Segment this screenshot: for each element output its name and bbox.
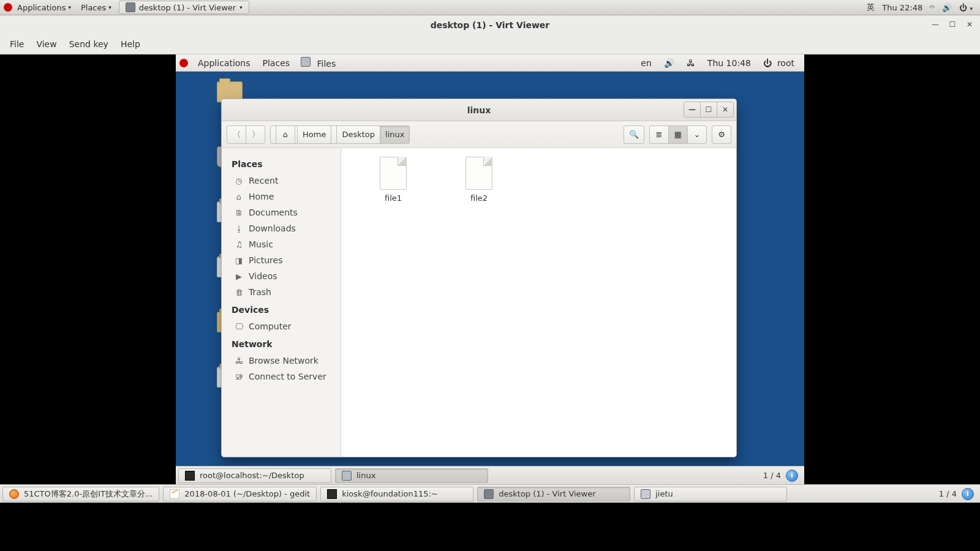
guest-focused-app[interactable]: Files: [296, 56, 341, 70]
label: 2018-08-01 (~/Desktop) - gedit: [184, 489, 310, 498]
view-more-button[interactable]: ⌄: [687, 126, 707, 144]
host-workspace-indicator[interactable]: 1 / 4 i: [935, 488, 978, 500]
sidebar-heading-devices: Devices: [222, 300, 341, 318]
ime-indicator[interactable]: 英: [863, 2, 878, 13]
sidebar-item-computer[interactable]: 🖵Computer: [222, 318, 341, 334]
window-minimize-button[interactable]: —: [684, 102, 701, 118]
search-button[interactable]: 🔍: [624, 126, 644, 144]
workspace-badge-icon: i: [786, 470, 798, 482]
sidebar-item-trash[interactable]: 🗑Trash: [222, 284, 341, 300]
menu-view[interactable]: View: [30, 37, 62, 51]
chevron-down-icon: ▾: [68, 4, 71, 10]
music-icon: ♫: [234, 240, 244, 249]
virt-viewer-menubar: File View Send key Help: [4, 37, 146, 51]
guest-desktop[interactable]: Applications Places Files en 🔊 🖧 Thu 10:…: [176, 54, 804, 484]
file-item[interactable]: file2: [451, 157, 507, 203]
host-task-virtviewer[interactable]: desktop (1) - Virt Viewer: [477, 487, 630, 501]
label: linux: [356, 471, 375, 480]
crumb-linux[interactable]: linux: [380, 126, 410, 144]
host-taskbar: 51CTO博客2.0-原创IT技术文章分... 2018-08-01 (~/De…: [0, 484, 980, 503]
documents-icon: 🗎: [234, 208, 244, 217]
label: desktop (1) - Virt Viewer: [139, 3, 236, 12]
guest-taskbar: root@localhost:~/Desktop linux 1 / 4 i: [176, 466, 804, 484]
guest-task-files[interactable]: linux: [335, 468, 488, 483]
guest-applications-menu[interactable]: Applications: [192, 58, 257, 68]
window-maximize-button[interactable]: ☐: [946, 19, 959, 30]
label: root@localhost:~/Desktop: [200, 471, 304, 480]
host-places-menu[interactable]: Places ▾: [76, 3, 116, 12]
forward-button[interactable]: 〉: [246, 126, 265, 144]
crumb-desktop[interactable]: Desktop: [336, 126, 380, 144]
host-task-gedit[interactable]: 2018-08-01 (~/Desktop) - gedit: [163, 487, 317, 501]
menu-help[interactable]: Help: [115, 37, 146, 51]
guest-workspace-indicator[interactable]: 1 / 4 i: [760, 470, 802, 482]
back-button[interactable]: 〈: [227, 126, 246, 144]
label: Applications: [17, 3, 66, 12]
sidebar-item-pictures[interactable]: ◨Pictures: [222, 252, 341, 268]
label: Documents: [249, 208, 298, 217]
workspace-badge-icon: i: [962, 488, 974, 500]
crumb-home[interactable]: ⌂ Home: [270, 126, 337, 144]
sidebar-heading-places: Places: [222, 154, 341, 173]
guest-volume-icon[interactable]: 🔊: [658, 58, 680, 68]
power-menu[interactable]: ⏻ ▾: [956, 3, 976, 12]
power-icon: ⏻: [763, 58, 772, 68]
host-panel-window-button[interactable]: desktop (1) - Virt Viewer ▾: [119, 1, 249, 14]
file-icon: [380, 157, 407, 190]
label: Downloads: [249, 223, 296, 233]
host-applications-menu[interactable]: Applications ▾: [12, 3, 76, 12]
nautilus-window: linux — ☐ ✕ 〈 〉 ⌂ Home Desktop: [221, 99, 737, 457]
window-minimize-button[interactable]: —: [929, 19, 942, 30]
sidebar-item-browse-network[interactable]: 🖧Browse Network: [222, 353, 341, 369]
file-icon: [466, 157, 492, 190]
nautilus-content[interactable]: file1 file2: [341, 148, 736, 457]
window-icon: [126, 2, 135, 12]
host-clock[interactable]: Thu 22:48: [878, 3, 926, 12]
firefox-icon: [9, 489, 19, 499]
computer-icon: 🖵: [234, 322, 244, 331]
label: Videos: [249, 271, 277, 281]
menu-file[interactable]: File: [4, 37, 30, 51]
gear-icon: ⚙: [718, 130, 725, 139]
guest-clock[interactable]: Thu 10:48: [701, 58, 757, 68]
nautilus-titlebar[interactable]: linux — ☐ ✕: [222, 99, 736, 121]
nautilus-sidebar: Places ◷Recent ⌂Home 🗎Documents ⭳Downloa…: [222, 148, 341, 457]
file-label: file2: [451, 193, 507, 203]
wifi-icon[interactable]: ⌔: [926, 3, 938, 12]
window-close-button[interactable]: ✕: [963, 19, 976, 30]
sidebar-item-downloads[interactable]: ⭳Downloads: [222, 220, 341, 236]
gear-menu-button[interactable]: ⚙: [712, 126, 731, 144]
sidebar-item-videos[interactable]: ▶Videos: [222, 268, 341, 284]
sidebar-item-documents[interactable]: 🗎Documents: [222, 204, 341, 220]
volume-icon[interactable]: 🔊: [938, 3, 956, 12]
label: Music: [249, 239, 273, 249]
vm-display-area: Applications Places Files en 🔊 🖧 Thu 10:…: [0, 54, 980, 484]
videos-icon: ▶: [234, 272, 244, 281]
guest-lang-indicator[interactable]: en: [635, 58, 658, 68]
file-item[interactable]: file1: [366, 157, 421, 203]
nautilus-toolbar: 〈 〉 ⌂ Home Desktop linux 🔍 ≣ ▦ ⌄: [222, 121, 736, 148]
window-close-button[interactable]: ✕: [717, 102, 734, 118]
sidebar-item-recent[interactable]: ◷Recent: [222, 173, 341, 189]
window-maximize-button[interactable]: ☐: [700, 102, 717, 118]
sidebar-item-connect-server[interactable]: 🖳Connect to Server: [222, 369, 341, 384]
host-task-firefox[interactable]: 51CTO博客2.0-原创IT技术文章分...: [2, 487, 159, 501]
host-task-terminal[interactable]: kiosk@foundation115:~: [320, 487, 473, 501]
virt-viewer-icon: [484, 489, 494, 499]
sidebar-item-home[interactable]: ⌂Home: [222, 189, 341, 204]
app-icon: [641, 489, 650, 499]
pictures-icon: ◨: [234, 256, 244, 265]
guest-user-menu[interactable]: ⏻ root: [757, 58, 801, 68]
host-task-jietu[interactable]: jietu: [634, 487, 787, 501]
view-grid-button[interactable]: ▦: [668, 126, 688, 144]
view-list-button[interactable]: ≣: [649, 126, 669, 144]
sidebar-item-music[interactable]: ♫Music: [222, 236, 341, 252]
guest-task-terminal[interactable]: root@localhost:~/Desktop: [178, 468, 331, 483]
guest-network-icon[interactable]: 🖧: [680, 58, 701, 68]
nautilus-title: linux: [467, 105, 491, 115]
guest-top-panel: Applications Places Files en 🔊 🖧 Thu 10:…: [176, 54, 804, 72]
label: Trash: [249, 287, 271, 297]
search-icon: 🔍: [629, 130, 639, 139]
guest-places-menu[interactable]: Places: [257, 58, 296, 68]
menu-sendkey[interactable]: Send key: [63, 37, 115, 51]
